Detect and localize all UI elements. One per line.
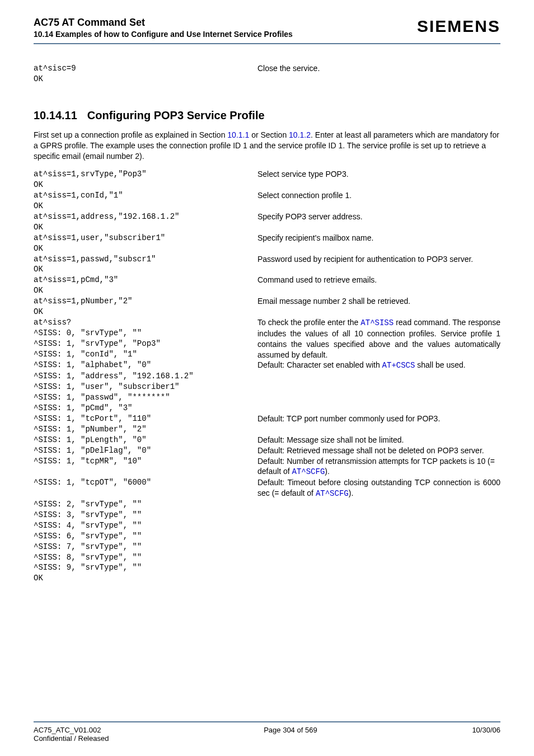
code-cell: ^SISS: 4, "srvType", "" [34,520,257,531]
page-header: AC75 AT Command Set 10.14 Examples of ho… [34,17,500,44]
desc-cell: Default: Character set enabled with AT+C… [257,360,500,371]
intro-text: First set up a connection profile as exp… [34,130,227,139]
code-cell: ^SISS: 1, "pCmd", "3" [34,403,257,414]
code-cell: ^SISS: 7, "srvType", "" [34,542,257,552]
desc-cell [257,74,500,84]
code-cell: OK [34,74,257,84]
example-row: ^SISS: 1, "tcpOT", "6000" Default: Timeo… [34,477,500,499]
example-row: ^SISS: 2, "srvType", "" [34,499,500,510]
code-cell: OK [34,222,257,233]
intro-text: or Section [249,130,289,139]
desc-text: Default: Character set enabled with [257,360,382,369]
example-row: at^siss? ^SISS: 0, "srvType", "" ^SISS: … [34,317,500,360]
code-cell: ^SISS: 1, "passwd", "*******" [34,392,257,403]
code-cell: at^siss=1,pNumber,"2" [34,296,257,307]
command-link[interactable]: AT+CSCS [382,361,415,370]
example-row: ^SISS: 1, "pDelFlag", "0" Default: Retri… [34,445,500,456]
section-title: Configuring POP3 Service Profile [87,109,265,121]
desc-cell: Password used by recipient for authentic… [257,254,500,275]
command-link[interactable]: AT^SCFG [316,489,349,498]
code-cell: OK [34,264,257,275]
example-row: ^SISS: 6, "srvType", "" [34,531,500,542]
desc-cell [257,285,500,296]
code-cell: ^SISS: 1, "pLength", "0" [34,435,257,445]
example-row: OK [34,307,500,317]
page: AC75 AT Command Set 10.14 Examples of ho… [0,0,534,756]
code-cell: ^SISS: 1, "srvType", "Pop3" [34,339,257,349]
example-row: OK [34,180,500,190]
page-footer: AC75_ATC_V01.002 Confidential / Released… [34,721,500,743]
section-link[interactable]: 10.1.1 [227,130,249,139]
example-row: ^SISS: 1, "pLength", "0" Default: Messag… [34,435,500,445]
code-cell: at^siss=1,conId,"1" [34,190,257,201]
desc-cell [257,201,500,212]
code-cell: at^siss=1,srvType,"Pop3" [34,169,257,180]
example-row: ^SISS: 1, "tcPort", "110" Default: TCP p… [34,414,500,424]
desc-text: shall be used. [415,360,465,369]
example-row: OK [34,201,500,212]
example-row: ^SISS: 1, "user", "subscriber1" [34,382,500,392]
section-intro: First set up a connection profile as exp… [34,130,500,162]
footer-page-number: Page 304 of 569 [264,726,317,743]
desc-cell [257,307,500,317]
section-link[interactable]: 10.1.2 [289,130,311,139]
header-left: AC75 AT Command Set 10.14 Examples of ho… [34,17,293,39]
footer-confidential: Confidential / Released [34,734,109,743]
code-cell: OK [34,573,257,584]
code-cell: ^SISS: 2, "srvType", "" [34,499,257,510]
code-cell: ^SISS: 1, "conId", "1" [34,349,257,360]
doc-title: AC75 AT Command Set [34,17,293,29]
desc-cell [257,243,500,254]
example-row: ^SISS: 3, "srvType", "" [34,510,500,520]
example-row: at^siss=1,srvType,"Pop3" Select service … [34,169,500,180]
example-row: OK [34,74,500,84]
code-cell: ^SISS: 1, "alphabet", "0" [34,360,257,371]
desc-cell: Command used to retrieve emails. [257,275,500,285]
code-cell: at^siss? [34,317,257,328]
desc-cell: Default: TCP port number commonly used f… [257,414,500,424]
code-cell-group: at^siss? ^SISS: 0, "srvType", "" ^SISS: … [34,317,257,360]
desc-cell: Close the service. [257,63,500,74]
desc-cell: Select service type POP3. [257,169,500,180]
desc-cell: Default: Retrieved message shall not be … [257,445,500,456]
desc-text: ). [325,467,330,476]
code-cell: ^SISS: 1, "tcpOT", "6000" [34,477,257,499]
example-row: OK [34,285,500,296]
footer-left: AC75_ATC_V01.002 Confidential / Released [34,726,109,743]
brand-logo: SIEMENS [417,17,500,36]
desc-cell [257,424,500,435]
desc-cell: Default: Timeout before closing outstand… [257,477,500,499]
code-cell: ^SISS: 0, "srvType", "" [34,328,257,339]
desc-cell: Default: Number of retransmission attemp… [257,456,500,478]
desc-text: To check the profile enter the [257,318,360,327]
desc-cell: Select connection profile 1. [257,190,500,201]
desc-cell [257,180,500,190]
code-cell: ^SISS: 1, "pDelFlag", "0" [34,445,257,456]
desc-cell: Specify POP3 server address. [257,212,500,222]
code-cell: ^SISS: 1, "address", "192.168.1.2" [34,371,257,382]
doc-subtitle: 10.14 Examples of how to Configure and U… [34,30,293,39]
code-cell: OK [34,285,257,296]
code-cell: at^siss=1,passwd,"subscr1" [34,254,257,265]
code-cell: ^SISS: 1, "user", "subscriber1" [34,382,257,392]
code-cell: at^siss=1,pCmd,"3" [34,275,257,285]
example-row: at^siss=1,user,"subscriber1" Specify rec… [34,233,500,243]
example-row: at^sisc=9 Close the service. [34,63,500,74]
example-row: at^siss=1,pNumber,"2" Email message numb… [34,296,500,307]
section-number: 10.14.11 [34,109,77,122]
example-row: at^siss=1,conId,"1" Select connection pr… [34,190,500,201]
example-row: ^SISS: 1, "passwd", "*******" [34,392,500,403]
code-cell: OK [34,180,257,190]
example-row: ^SISS: 9, "srvType", "" [34,562,500,573]
example-row: ^SISS: 4, "srvType", "" [34,520,500,531]
command-link[interactable]: AT^SISS [360,318,394,327]
example-row: ^SISS: 1, "tcpMR", "10" Default: Number … [34,456,500,478]
code-cell: ^SISS: 1, "pNumber", "2" [34,424,257,435]
code-cell: ^SISS: 1, "tcPort", "110" [34,414,257,424]
command-link[interactable]: AT^SCFG [292,467,325,476]
code-cell: OK [34,201,257,212]
example-row: at^siss=1,address,"192.168.1.2" Specify … [34,212,500,222]
example-row: ^SISS: 1, "pNumber", "2" [34,424,500,435]
desc-cell: Default: Message size shall not be limit… [257,435,500,445]
example-row: ^SISS: 1, "address", "192.168.1.2" [34,371,500,382]
